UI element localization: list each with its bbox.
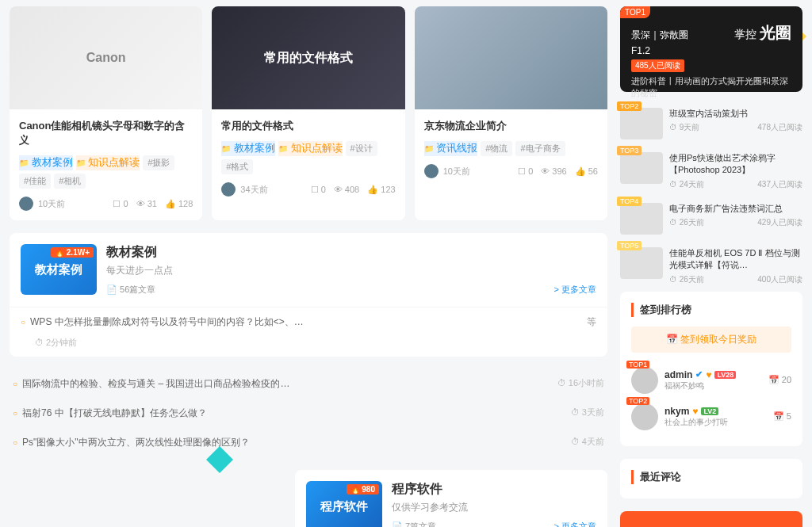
ad-banner[interactable] xyxy=(620,511,802,527)
rank-item[interactable]: TOP2 班级室内活动策划书⏱ 9天前478人已阅读 xyxy=(620,101,802,146)
tag[interactable]: #佳能 xyxy=(19,174,51,189)
card-image xyxy=(415,6,607,109)
avatar xyxy=(19,197,33,211)
time-ago: 10天前 xyxy=(443,166,470,178)
more-link[interactable]: > 更多文章 xyxy=(554,521,596,527)
category-panel-1: 教材案例 🔥 2.1W+ 教材案例 每天进步一点点 📄 56篇文章 > 更多文章… xyxy=(10,233,607,357)
hero-top1[interactable]: TOP1 景深｜弥散圈 F1.2 掌控 光圈 485人已阅读 进阶科普丨用动画的… xyxy=(620,6,802,92)
article-count: 📄 7篇文章 xyxy=(392,521,436,527)
panel-title: 程序软件 xyxy=(392,481,596,498)
rank-item[interactable]: TOP5 佳能单反相机 EOS 7D Ⅱ 档位与测光模式详解【符说…⏱ 26天前… xyxy=(620,241,802,292)
signin-panel: 签到排行榜 📅 签到领取今日奖励 TOP1 admin ✔♥ LV28福祸不妙鸣… xyxy=(620,292,802,446)
avatar xyxy=(631,403,658,430)
list-item[interactable]: WPS 中怎样批量删除成对符号以及符号中间的内容？比如<>、…等 xyxy=(10,307,607,337)
read-count-badge: 485人已阅读 xyxy=(631,59,684,72)
card-title: 常用的文件格式 xyxy=(221,119,395,133)
tag[interactable]: 📁 知识点解读 xyxy=(76,155,140,170)
user-row[interactable]: TOP2 nkym ♥ LV2社会上的事少打听 📅 5 xyxy=(631,399,791,435)
view-count: 👁 396 xyxy=(541,166,566,177)
list-item[interactable]: 国际物流中的检验、检疫与通关 – 我国进出口商品检验检疫的…⏱ 16小时前 xyxy=(10,369,607,399)
panel-subtitle: 仅供学习参考交流 xyxy=(392,501,596,514)
rank-thumb xyxy=(620,152,663,184)
rank-badge: TOP3 xyxy=(617,146,642,155)
like-count: 👍 123 xyxy=(367,185,395,195)
article-card[interactable]: Canon Canon佳能相机镜头字母和数字的含义 📁 教材案例📁 知识点解读#… xyxy=(10,6,202,220)
level-badge: LV2 xyxy=(701,407,718,415)
heart-icon: ♥ xyxy=(706,369,711,380)
article-count: 📄 56篇文章 xyxy=(106,284,155,296)
like-count: 👍 128 xyxy=(165,199,193,209)
comments-panel: 最近评论 xyxy=(620,459,802,498)
panel-subtitle: 每天进步一点点 xyxy=(106,264,596,277)
tag[interactable]: #摄影 xyxy=(143,155,174,170)
tag[interactable]: #格式 xyxy=(221,159,253,174)
rank-badge: TOP2 xyxy=(617,101,642,111)
card-title: Canon佳能相机镜头字母和数字的含义 xyxy=(19,119,193,147)
signin-button[interactable]: 📅 签到领取今日奖励 xyxy=(631,327,791,353)
view-count: 👁 408 xyxy=(334,185,359,195)
tag[interactable]: 📁 教材案例 xyxy=(19,155,73,170)
more-link[interactable]: > 更多文章 xyxy=(554,284,596,296)
time-ago: 34天前 xyxy=(240,184,267,196)
panel-thumb: 程序软件 🔥 980 xyxy=(306,481,382,527)
signin-count: 📅 5 xyxy=(773,411,791,422)
verify-icon: ✔ xyxy=(695,369,703,380)
view-count: 👁 31 xyxy=(136,199,157,209)
panel-title: 最近评论 xyxy=(631,470,791,484)
rank-badge: TOP1 xyxy=(620,6,650,18)
rank-badge: TOP2 xyxy=(626,397,649,405)
panel-title: 签到排行榜 xyxy=(631,303,791,317)
article-list: 国际物流中的检验、检疫与通关 – 我国进出口商品检验检疫的…⏱ 16小时前福射7… xyxy=(10,369,607,457)
rank-badge: TOP5 xyxy=(617,241,642,250)
rank-item[interactable]: TOP4 电子商务新广告法违禁词汇总⏱ 26天前429人已阅读 xyxy=(620,197,802,241)
folder-icon: 📁 xyxy=(19,158,29,167)
panel-title: 教材案例 xyxy=(106,244,596,261)
folder-icon: 📁 xyxy=(76,158,86,167)
user-row[interactable]: TOP1 admin ✔♥ LV28福祸不妙鸣 📅 20 xyxy=(631,362,791,399)
heart-icon: ♥ xyxy=(692,406,698,417)
list-item[interactable]: Ps"图像大小"中两次立方、两次线性处理图像的区别？⏱ 4天前 xyxy=(10,428,607,457)
tag[interactable]: 📁 教材案例 xyxy=(221,141,275,156)
hot-badge: 🔥 2.1W+ xyxy=(51,247,94,258)
tag[interactable]: #相机 xyxy=(54,174,86,189)
folder-icon: 📁 xyxy=(424,144,434,153)
tag[interactable]: #设计 xyxy=(346,141,377,156)
card-title: 京东物流企业简介 xyxy=(424,119,598,133)
rank-thumb xyxy=(620,203,663,235)
rank-thumb xyxy=(620,247,663,279)
panel-thumb: 教材案例 🔥 2.1W+ xyxy=(21,244,97,295)
comment-count: ☐ 0 xyxy=(311,185,326,195)
rank-badge: TOP4 xyxy=(617,197,642,206)
rank-thumb xyxy=(620,108,663,139)
card-image: 常用的文件格式 xyxy=(212,6,404,109)
level-badge: LV28 xyxy=(714,371,736,379)
avatar xyxy=(424,164,439,178)
comment-count: ☐ 0 xyxy=(518,166,533,177)
article-card[interactable]: 京东物流企业简介 📁 资讯线报#物流#电子商务 10天前 ☐ 0👁 396👍 5… xyxy=(415,6,607,220)
tag[interactable]: 📁 资讯线报 xyxy=(424,141,478,156)
avatar xyxy=(221,182,236,197)
hot-badge: 🔥 980 xyxy=(347,484,379,495)
folder-icon: 📁 xyxy=(278,144,288,153)
rank-item[interactable]: TOP3 使用Ps快速做出艺术涂鸦字【Photoshop 2023】⏱ 24天前… xyxy=(620,146,802,197)
tag[interactable]: 📁 知识点解读 xyxy=(278,141,343,156)
like-count: 👍 56 xyxy=(575,166,598,177)
card-image: Canon xyxy=(10,6,202,109)
category-panel-2: 程序软件 🔥 980 程序软件 仅供学习参考交流 📄 7篇文章 > 更多文章 W… xyxy=(295,470,607,527)
tag[interactable]: #电子商务 xyxy=(515,141,565,156)
list-item[interactable]: 福射76 中【打破无线电静默】任务怎么做？⏱ 3天前 xyxy=(10,399,607,428)
article-card[interactable]: 常用的文件格式 常用的文件格式 📁 教材案例📁 知识点解读#设计#格式 34天前… xyxy=(212,6,404,220)
hero-desc: 进阶科普丨用动画的方式揭开光圈和景深的秘密 xyxy=(631,75,791,100)
folder-icon: 📁 xyxy=(221,144,231,153)
signin-count: 📅 20 xyxy=(768,375,791,385)
comment-count: ☐ 0 xyxy=(113,199,128,209)
rank-badge: TOP1 xyxy=(626,361,649,369)
tag[interactable]: #物流 xyxy=(481,141,512,156)
time-ago: 10天前 xyxy=(38,198,65,210)
avatar xyxy=(631,367,658,394)
